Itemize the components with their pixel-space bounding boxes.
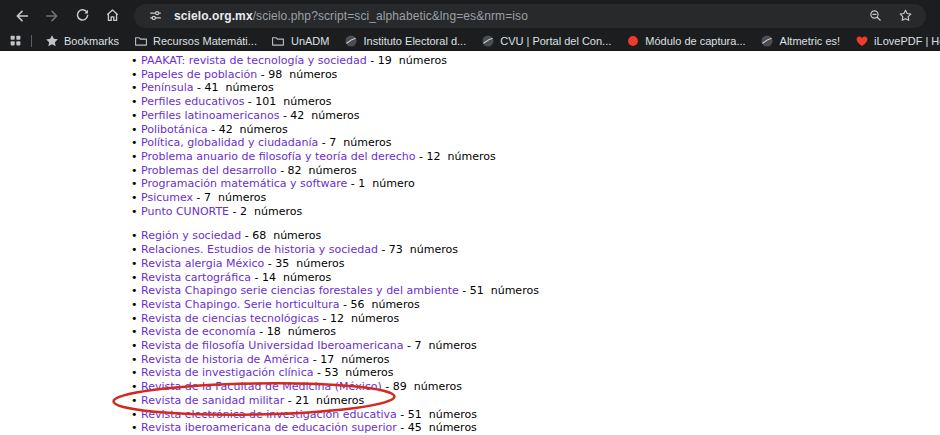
bookmark-item[interactable]: Instituto Electoral d... <box>336 32 473 49</box>
journal-link[interactable]: Revista cartográfica <box>141 271 251 284</box>
journal-group: PAAKAT: revista de tecnología y sociedad… <box>0 51 940 218</box>
url-text: scielo.org.mx/scielo.php?script=sci_alph… <box>174 9 528 23</box>
home-icon <box>104 7 121 24</box>
journal-link[interactable]: Psicumex <box>141 191 193 204</box>
home-button[interactable] <box>98 2 126 30</box>
journal-issue-count: - 53 números <box>313 366 393 379</box>
forward-button[interactable] <box>38 2 66 30</box>
journal-group: Región y sociedad - 68 númerosRelaciones… <box>0 229 940 435</box>
journal-link[interactable]: Península <box>141 81 194 94</box>
journal-list-item: PAAKAT: revista de tecnología y sociedad… <box>141 54 940 68</box>
journal-list-item: Revista de investigación clínica - 53 nú… <box>141 366 940 380</box>
star-outline-icon <box>898 8 913 23</box>
journal-link[interactable]: Revista alergia México <box>141 257 264 270</box>
journal-list-item: Región y sociedad - 68 números <box>141 229 940 243</box>
journal-issue-count: - 21 números <box>284 394 364 407</box>
journal-link[interactable]: Revista electrónica de investigación edu… <box>141 408 397 421</box>
bookmark-label: Instituto Electoral d... <box>363 35 466 47</box>
journal-list-item: Programación matemática y software - 1 n… <box>141 177 940 191</box>
bookmark-item[interactable]: CVU | Portal del Con... <box>473 32 618 49</box>
zoom-magnifier-icon <box>868 8 883 23</box>
forward-arrow-icon <box>43 7 61 25</box>
journal-list-page: PAAKAT: revista de tecnología y sociedad… <box>0 51 940 435</box>
journal-link[interactable]: Revista de sanidad militar <box>141 394 284 407</box>
journal-link[interactable]: Revista de ciencias tecnológicas <box>141 312 319 325</box>
journal-link[interactable]: Revista de historia de América <box>141 353 309 366</box>
journal-link[interactable]: Revista Chapingo. Serie horticultura <box>141 298 340 311</box>
journal-link[interactable]: Revista de filosofía Universidad Iberoam… <box>141 339 404 352</box>
journal-issue-count: - 7 números <box>318 136 391 149</box>
journal-issue-count: - 42 números <box>279 109 359 122</box>
apps-grid-icon <box>9 34 22 47</box>
journal-issue-count: - 18 números <box>256 325 336 338</box>
journal-link[interactable]: Revista Chapingo serie ciencias forestal… <box>141 284 459 297</box>
journal-link[interactable]: Perfiles latinoamericanos <box>141 109 279 122</box>
back-arrow-icon <box>13 7 31 25</box>
journal-link[interactable]: Revista de la Facultad de Medicina (Méxi… <box>141 380 382 393</box>
journal-issue-count: - 2 números <box>229 205 302 218</box>
journal-list-item: Revista Chapingo serie ciencias forestal… <box>141 284 940 298</box>
address-bar[interactable]: scielo.org.mx/scielo.php?script=sci_alph… <box>134 4 926 28</box>
zoom-indicator-button[interactable] <box>864 5 886 27</box>
journal-link[interactable]: Punto CUNORTE <box>141 205 229 218</box>
journal-list-item: Revista de la Facultad de Medicina (Méxi… <box>141 380 940 394</box>
bookmark-item[interactable]: Altmetric es! <box>753 32 848 49</box>
journal-list-item: Polibotánica - 42 números <box>141 123 940 137</box>
journal-issue-count: - 89 números <box>382 380 462 393</box>
bookmark-item[interactable]: Recursos Matemáti... <box>126 32 264 49</box>
journal-link[interactable]: Relaciones. Estudios de historia y socie… <box>141 243 378 256</box>
bookmark-label: Recursos Matemáti... <box>153 35 257 47</box>
bookmark-label: CVU | Portal del Con... <box>500 35 611 47</box>
bookmark-item[interactable]: UnADM <box>264 32 337 49</box>
journal-list-item: Revista de ciencias tecnológicas - 12 nú… <box>141 312 940 326</box>
journal-issue-count: - 42 números <box>208 123 288 136</box>
red-dot-icon <box>625 33 640 48</box>
journal-issue-count: - 82 números <box>277 164 357 177</box>
bookmarks-separator <box>31 35 32 47</box>
journal-link[interactable]: Programación matemática y software <box>141 177 347 190</box>
reload-button[interactable] <box>68 2 96 30</box>
journal-link[interactable]: Revista de economía <box>141 325 256 338</box>
bookmark-label: Bookmarks <box>64 35 119 47</box>
journal-link[interactable]: Problemas del desarrollo <box>141 164 277 177</box>
journal-list-item: Península - 41 números <box>141 81 940 95</box>
journal-list-item: Problema anuario de filosofía y teoría d… <box>141 150 940 164</box>
bookmark-item[interactable]: Módulo de captura... <box>618 32 752 49</box>
bookmark-item[interactable]: Bookmarks <box>37 32 126 49</box>
bookmark-page-button[interactable] <box>894 5 916 27</box>
journal-link[interactable]: PAAKAT: revista de tecnología y sociedad <box>141 54 367 67</box>
journal-list-item: Revista electrónica de investigación edu… <box>141 408 940 422</box>
globe-icon <box>760 33 775 48</box>
journal-issue-count: - 68 números <box>241 229 321 242</box>
apps-grid-button[interactable] <box>4 33 26 49</box>
globe-icon <box>480 33 495 48</box>
journal-link[interactable]: Política, globalidad y ciudadanía <box>141 136 318 149</box>
journal-list-item: Revista Chapingo. Serie horticultura - 5… <box>141 298 940 312</box>
journal-list-item: Revista de historia de América - 17 núme… <box>141 353 940 367</box>
journal-link[interactable]: Perfiles educativos <box>141 95 244 108</box>
journal-issue-count: - 73 números <box>378 243 458 256</box>
bookmark-item[interactable]: iLovePDF | Herramie... <box>847 32 940 49</box>
journal-issue-count: - 12 números <box>319 312 399 325</box>
journal-issue-count: - 19 números <box>367 54 447 67</box>
reload-icon <box>74 7 91 24</box>
back-button[interactable] <box>8 2 36 30</box>
journal-list-item: Revista cartográfica - 14 números <box>141 271 940 285</box>
journal-list-item: Revista iberoamericana de educación supe… <box>141 421 940 435</box>
journal-issue-count: - 7 números <box>193 191 266 204</box>
journal-link[interactable]: Revista iberoamericana de educación supe… <box>141 421 397 434</box>
bookmark-label: Módulo de captura... <box>645 35 745 47</box>
journal-link[interactable]: Papeles de población <box>141 68 257 81</box>
journal-issue-count: - 56 números <box>340 298 420 311</box>
journal-link[interactable]: Región y sociedad <box>141 229 241 242</box>
journal-link[interactable]: Polibotánica <box>141 123 208 136</box>
journal-link[interactable]: Problema anuario de filosofía y teoría d… <box>141 150 416 163</box>
journal-list-item: Perfiles latinoamericanos - 42 números <box>141 109 940 123</box>
site-info-button[interactable] <box>144 5 166 27</box>
journal-list-item: Papeles de población - 98 números <box>141 68 940 82</box>
journal-link[interactable]: Revista de investigación clínica <box>141 366 313 379</box>
journal-list-item: Psicumex - 7 números <box>141 191 940 205</box>
journal-list-item: Política, globalidad y ciudadanía - 7 nú… <box>141 136 940 150</box>
journal-list-item: Revista alergia México - 35 números <box>141 257 940 271</box>
journal-issue-count: - 14 números <box>251 271 331 284</box>
